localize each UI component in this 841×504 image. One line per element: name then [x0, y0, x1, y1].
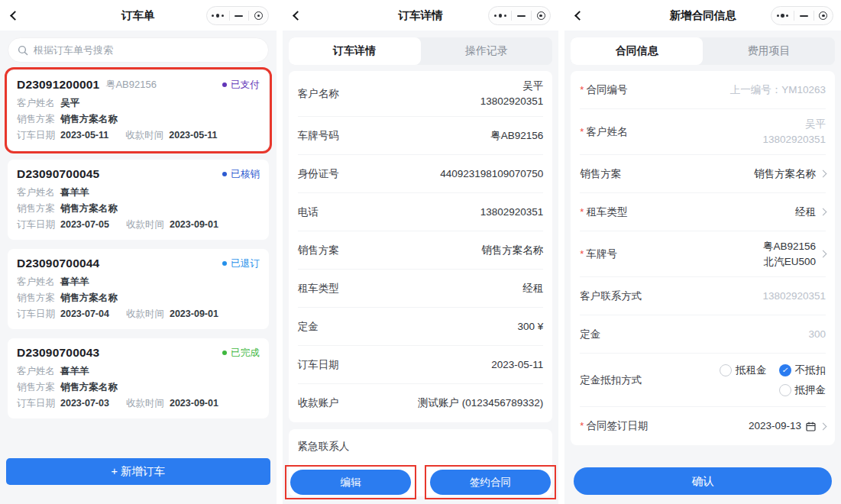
radio-no-deduction[interactable]: ✓不抵扣 — [779, 363, 826, 377]
form-row-deposit-deduction: 定金抵扣方式 抵租金 ✓不抵扣 抵押金 — [580, 354, 826, 407]
annotation-box-edit: 编辑 — [285, 465, 417, 499]
form-row-deposit[interactable]: 定金 300 — [580, 315, 826, 354]
minimize-icon[interactable] — [235, 15, 243, 17]
field-label: 客户姓名 — [17, 95, 55, 111]
radio-unchecked-icon — [779, 384, 791, 396]
minimize-icon[interactable] — [517, 15, 526, 17]
required-asterisk: * — [580, 420, 584, 431]
detail-row: 定金 300 ¥ — [298, 308, 544, 346]
field-value: 销售方案名称 — [60, 111, 118, 128]
order-card[interactable]: D23090700045 已核销 客户姓名喜羊羊 销售方案销售方案名称 订车日期… — [8, 160, 269, 240]
back-icon[interactable] — [574, 8, 589, 23]
detail-card: 客户名称 吴平13802920351 车牌号码 粤AB92156 身份证号 44… — [289, 71, 553, 422]
deduction-radio-group: 抵租金 ✓不抵扣 抵押金 — [720, 363, 826, 397]
tab-order-detail[interactable]: 订车详情 — [289, 37, 421, 65]
field-label: 订车日期 — [17, 396, 55, 412]
form-row-plate-no[interactable]: *车牌号 粤AB92156北汽EU500 — [580, 231, 826, 277]
required-asterisk: * — [580, 248, 584, 260]
chevron-right-icon — [820, 208, 827, 216]
status-dot-icon — [222, 351, 227, 355]
window-capsule — [771, 6, 833, 25]
field-label: 订车日期 — [17, 128, 55, 144]
field-value: 吴平 — [60, 95, 79, 111]
more-icon[interactable] — [494, 14, 506, 18]
field-label: 订车日期 — [17, 306, 55, 322]
order-number: D23090700044 — [17, 257, 99, 270]
confirm-button[interactable]: 确认 — [574, 467, 832, 495]
radio-deduct-security[interactable]: 抵押金 — [779, 383, 826, 397]
capsule-divider — [531, 11, 532, 21]
order-card[interactable]: D23090700044 已退订 客户姓名喜羊羊 销售方案销售方案名称 订车日期… — [8, 249, 269, 329]
tab-contract-info[interactable]: 合同信息 — [571, 37, 703, 65]
field-value: 销售方案名称 — [60, 201, 118, 217]
sign-contract-button[interactable]: 签约合同 — [430, 470, 552, 495]
more-icon[interactable] — [777, 14, 789, 18]
field-value: 喜羊羊 — [60, 274, 89, 290]
detail-row: 电话 13802920351 — [298, 193, 544, 231]
new-contract-header: 新增合同信息 — [564, 0, 841, 31]
detail-row: 身份证号 440923198109070750 — [298, 155, 544, 193]
order-list-content: 根据订车单号搜索 D23091200001 粤AB92156 已支付 客户姓名吴… — [0, 31, 277, 504]
window-capsule — [488, 6, 551, 25]
order-list-header: 订车单 — [0, 0, 277, 31]
form-row-rental-type[interactable]: *租车类型 经租 — [580, 193, 826, 231]
panel-order-detail: 订车详情 订车详情 操作记录 客户名称 吴平13802920351 车牌号 — [283, 0, 559, 504]
detail-row: 车牌号码 粤AB92156 — [298, 117, 544, 155]
add-order-button[interactable]: + 新增订车 — [6, 458, 270, 485]
field-value: 2023-07-03 — [60, 396, 109, 412]
field-value: 销售方案名称 — [60, 380, 118, 396]
order-number: D23090700045 — [17, 167, 99, 181]
detail-footer: 编辑 签约合同 — [283, 465, 559, 499]
minimize-icon[interactable] — [800, 15, 808, 17]
tab-operation-log[interactable]: 操作记录 — [421, 37, 553, 65]
more-icon[interactable] — [212, 14, 224, 18]
status-badge: 已退订 — [222, 257, 260, 270]
required-asterisk: * — [580, 84, 584, 95]
detail-row: 销售方案 销售方案名称 — [298, 231, 544, 270]
status-badge: 已完成 — [222, 347, 260, 360]
contract-tab-bar: 合同信息 费用项目 — [571, 37, 835, 65]
order-card[interactable]: D23090700043 已完成 客户姓名喜羊羊 销售方案销售方案名称 订车日期… — [8, 338, 269, 418]
capsule-divider — [794, 11, 794, 21]
status-dot-icon — [222, 82, 227, 87]
close-icon[interactable] — [254, 11, 263, 20]
status-badge: 已支付 — [222, 79, 260, 92]
order-card[interactable]: D23091200001 粤AB92156 已支付 客户姓名吴平 销售方案销售方… — [8, 70, 269, 150]
search-icon — [18, 45, 28, 56]
back-icon[interactable] — [292, 8, 307, 23]
radio-deduct-rent[interactable]: 抵租金 — [720, 363, 767, 377]
field-label: 收款时间 — [126, 306, 164, 322]
field-label: 收款时间 — [126, 396, 164, 412]
form-row-sign-date[interactable]: *合同签订日期 2023-09-13 — [580, 407, 826, 445]
radio-checked-icon: ✓ — [779, 364, 791, 376]
order-plate: 粤AB92156 — [105, 78, 157, 92]
field-label: 收款时间 — [126, 217, 164, 233]
tab-fee-items[interactable]: 费用项目 — [703, 37, 835, 65]
form-row-customer-name[interactable]: *客户姓名 吴平13802920351 — [580, 109, 826, 155]
field-value: 2023-05-11 — [60, 128, 108, 144]
edit-button[interactable]: 编辑 — [290, 470, 412, 495]
chevron-right-icon — [820, 422, 827, 430]
annotation-box-sign-contract: 签约合同 — [425, 465, 557, 499]
field-label: 销售方案 — [17, 290, 55, 306]
field-label: 订车日期 — [17, 217, 55, 233]
status-badge: 已核销 — [222, 168, 260, 181]
field-value: 喜羊羊 — [60, 185, 89, 201]
form-row-sales-plan[interactable]: 销售方案 销售方案名称 — [580, 155, 826, 193]
search-input[interactable]: 根据订车单号搜索 — [8, 37, 269, 63]
detail-row: 收款账户 测试账户 (0123456789332) — [298, 384, 544, 422]
chevron-right-icon — [820, 170, 827, 178]
order-number: D23091200001 — [17, 78, 99, 92]
chevron-right-icon — [820, 250, 827, 258]
form-row-contract-no[interactable]: *合同编号 上一编号：YM10263 — [580, 71, 826, 109]
required-asterisk: * — [580, 126, 584, 137]
calendar-icon — [806, 422, 816, 431]
order-detail-content: 订车详情 操作记录 客户名称 吴平13802920351 车牌号码 粤AB921… — [283, 31, 559, 504]
capsule-divider — [229, 11, 230, 21]
back-icon[interactable] — [9, 8, 24, 23]
field-value: 2023-07-04 — [60, 306, 109, 322]
close-icon[interactable] — [537, 11, 545, 20]
form-row-customer-phone[interactable]: 客户联系方式 13802920351 — [580, 277, 826, 315]
field-value: 2023-05-11 — [169, 128, 217, 144]
close-icon[interactable] — [819, 11, 827, 20]
